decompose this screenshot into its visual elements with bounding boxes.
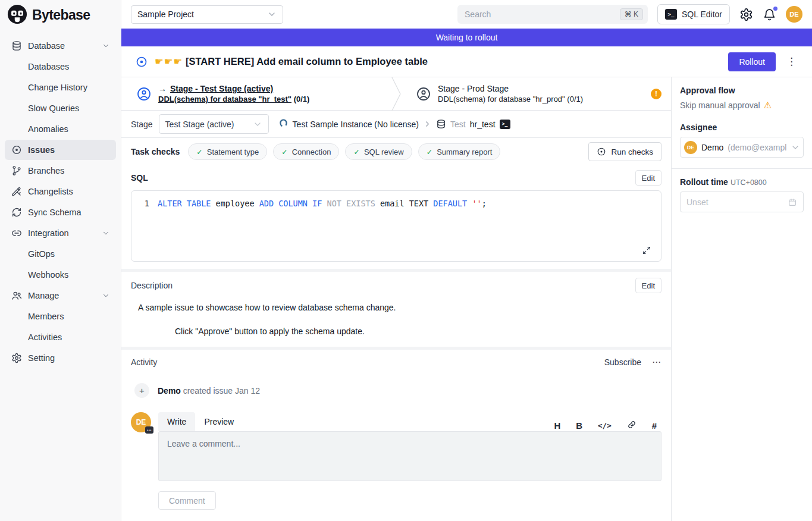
rollout-time-input[interactable]: Unset xyxy=(680,192,804,212)
editor-column: Write Preview HB</># Comment xyxy=(158,412,661,510)
brand-logo[interactable]: Bytebase xyxy=(0,0,121,30)
expand-icon[interactable] xyxy=(642,246,651,255)
check-icon: ✓ xyxy=(353,147,359,156)
stage-selector-row: Stage Test Stage (active) Test Sample In… xyxy=(121,111,671,138)
activity-action: created issue xyxy=(183,386,233,396)
sidebar-item-label: GitOps xyxy=(28,249,55,259)
user-circle-icon xyxy=(416,87,431,101)
description-paragraph: A sample issue to showcase how to review… xyxy=(131,303,661,312)
project-selector[interactable]: Sample Project xyxy=(131,5,283,24)
sql-code-block[interactable]: 1 ALTER TABLE employee ADD COLUMN IF NOT… xyxy=(131,190,661,262)
stage-select-dropdown[interactable]: Test Stage (active) xyxy=(159,114,269,134)
bold-icon[interactable]: B xyxy=(576,420,582,431)
open-sql-editor-icon[interactable]: >_ xyxy=(500,120,510,129)
stage-card-test[interactable]: → Stage - Test Stage (active) DDL(schema… xyxy=(121,77,391,110)
sidebar-item-label: Webhooks xyxy=(28,270,68,280)
sidebar-item-changelists[interactable]: Changelists xyxy=(5,181,116,202)
sidebar-item-gitops[interactable]: GitOps xyxy=(5,244,116,264)
activity-date: Jan 12 xyxy=(235,386,260,396)
check-pill-sql-review[interactable]: ✓SQL review xyxy=(345,143,412,160)
sidebar-item-issues[interactable]: Issues xyxy=(5,140,116,160)
stage-prod-name: Stage - Prod Stage xyxy=(438,84,583,93)
sidebar-item-change-history[interactable]: Change History xyxy=(5,77,116,98)
database-name[interactable]: hr_test xyxy=(470,120,496,129)
description-edit-button[interactable]: Edit xyxy=(635,278,661,293)
approval-flow-value: Skip manual approval xyxy=(680,101,760,110)
settings-gear-button[interactable] xyxy=(739,8,753,21)
editor-tabs: Write Preview HB</># xyxy=(158,412,661,431)
instance-name[interactable]: Test Sample Instance (No license) xyxy=(293,120,419,129)
activity-menu-button[interactable]: ⋯ xyxy=(652,357,661,368)
sidebar-item-anomalies[interactable]: Anomalies xyxy=(5,119,116,139)
stage-prod-labels: Stage - Prod Stage DDL(schema) for datab… xyxy=(438,84,583,103)
sidebar-item-manage[interactable]: Manage xyxy=(5,285,116,306)
sql-token: DEFAULT xyxy=(433,199,467,208)
sidebar-item-slow-queries[interactable]: Slow Queries xyxy=(5,98,116,118)
run-checks-icon xyxy=(597,147,606,156)
sync-icon xyxy=(11,207,22,218)
run-checks-button[interactable]: Run checks xyxy=(588,142,661,161)
rollout-button[interactable]: Rollout xyxy=(728,52,776,71)
assignee-email: (demo@example xyxy=(728,143,786,152)
search-input[interactable]: Search ⌘ K xyxy=(457,5,648,24)
sql-statement: ALTER TABLE employee ADD COLUMN IF NOT E… xyxy=(158,199,487,208)
check-icon: ✓ xyxy=(281,147,287,156)
sidebar-item-members[interactable]: Members xyxy=(5,306,116,327)
comment-avatar: DE ••• xyxy=(131,412,151,432)
hash-icon[interactable]: # xyxy=(652,420,657,431)
code-icon[interactable]: </> xyxy=(598,421,612,430)
sidebar-item-database[interactable]: Database xyxy=(5,36,116,56)
sidebar-item-branches[interactable]: Branches xyxy=(5,161,116,181)
stage-divider xyxy=(391,77,401,110)
link-icon[interactable] xyxy=(627,420,637,431)
description-section: Description Edit A sample issue to showc… xyxy=(121,272,671,347)
sql-token: NOT EXISTS xyxy=(327,199,375,208)
sql-edit-button[interactable]: Edit xyxy=(635,170,661,186)
kebab-menu-button[interactable]: ⋮ xyxy=(783,55,800,68)
top-bar: Sample Project Search ⌘ K >_ SQL Editor … xyxy=(121,0,812,29)
sql-token: '' xyxy=(472,199,481,208)
issue-icon xyxy=(11,145,22,156)
users-icon xyxy=(11,290,22,302)
notifications-bell-button[interactable] xyxy=(763,8,776,21)
branch-icon xyxy=(11,165,22,177)
check-pill-connection[interactable]: ✓Connection xyxy=(273,143,339,160)
sidebar-item-label: Branches xyxy=(28,166,64,175)
stage-strip: → Stage - Test Stage (active) DDL(schema… xyxy=(121,77,671,111)
activity-actor: Demo xyxy=(158,386,181,396)
user-avatar[interactable]: DE xyxy=(786,6,802,23)
sql-editor-button[interactable]: >_ SQL Editor xyxy=(657,4,730,24)
link-icon xyxy=(11,228,22,239)
sidebar-item-label: Change History xyxy=(28,83,87,92)
sidebar-item-setting[interactable]: Setting xyxy=(5,348,116,368)
sidebar-item-sync-schema[interactable]: Sync Schema xyxy=(5,202,116,222)
current-stage-arrow: → xyxy=(158,84,167,93)
run-checks-label: Run checks xyxy=(611,147,653,156)
warning-triangle-icon: ⚠ xyxy=(764,100,772,111)
sidebar-item-databases[interactable]: Databases xyxy=(5,57,116,77)
heading-icon[interactable]: H xyxy=(554,420,560,431)
stage-card-prod[interactable]: Stage - Prod Stage DDL(schema) for datab… xyxy=(401,77,671,110)
sidebar-item-integration[interactable]: Integration xyxy=(5,223,116,243)
terminal-icon: >_ xyxy=(665,9,677,20)
check-pill-statement-type[interactable]: ✓Statement type xyxy=(188,143,267,160)
chevron-down-icon xyxy=(791,143,800,152)
sidebar-item-activities[interactable]: Activities xyxy=(5,327,116,347)
comment-textarea[interactable] xyxy=(158,431,661,481)
tab-write[interactable]: Write xyxy=(158,412,195,431)
assignee-select[interactable]: DE Demo (demo@example xyxy=(680,137,804,158)
activity-item: + Demo created issue Jan 12 xyxy=(131,383,661,398)
gear-icon xyxy=(11,353,22,364)
subscribe-button[interactable]: Subscribe xyxy=(604,357,641,367)
sidebar-item-webhooks[interactable]: Webhooks xyxy=(5,265,116,285)
sql-token xyxy=(322,199,327,208)
check-pill-summary-report[interactable]: ✓Summary report xyxy=(418,143,501,160)
issue-title-row: ☛☛☛ [START HERE] Add email column to Emp… xyxy=(121,46,812,77)
main-column: → Stage - Test Stage (active) DDL(schema… xyxy=(121,77,671,521)
page-title: ☛☛☛ [START HERE] Add email column to Emp… xyxy=(155,56,428,67)
tab-preview[interactable]: Preview xyxy=(195,412,243,431)
sql-token: ALTER TABLE xyxy=(158,199,211,208)
comment-submit-button[interactable]: Comment xyxy=(158,491,216,510)
stage-prod-detail: DDL(schema) for database "hr_prod" xyxy=(438,95,565,103)
line-number: 1 xyxy=(131,199,158,208)
